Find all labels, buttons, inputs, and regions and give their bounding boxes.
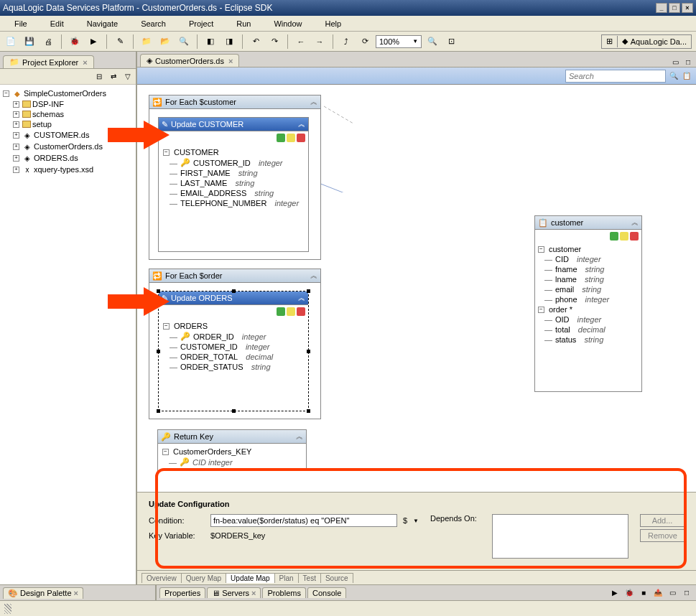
add-button[interactable]: Add...	[640, 514, 685, 527]
add-icon[interactable]	[277, 307, 285, 316]
expand-icon[interactable]: +	[13, 167, 19, 173]
server-stop-icon[interactable]: ■	[639, 588, 649, 598]
up-icon[interactable]: ⤴	[338, 34, 354, 50]
expand-icon[interactable]: +	[13, 132, 19, 139]
menu-file[interactable]: File	[3, 18, 39, 29]
tab-source[interactable]: Source	[320, 573, 353, 583]
menu-run[interactable]: Run	[225, 18, 262, 29]
delete-icon[interactable]	[297, 307, 305, 316]
menu-edit[interactable]: Edit	[39, 18, 75, 29]
maximize-button[interactable]: □	[669, 3, 680, 13]
servers-tab[interactable]: 🖥 Servers ×	[207, 587, 261, 598]
fit-icon[interactable]: ⊡	[443, 34, 459, 50]
search-icon[interactable]: 🔍	[176, 34, 192, 50]
tree-item[interactable]: DSP-INF	[32, 100, 64, 108]
customer-source-block[interactable]: 📋 customer ︽ −customer —CID integer —fna…	[534, 215, 642, 392]
search-opts-icon[interactable]: 📋	[682, 71, 692, 81]
project-tree[interactable]: − ◆ SimpleCustomerOrders +DSP-INF +schem…	[0, 85, 136, 584]
close-icon[interactable]: ×	[74, 589, 78, 597]
edit-icon[interactable]	[620, 232, 628, 241]
refresh-icon[interactable]: ⟳	[357, 34, 373, 50]
menu-help[interactable]: Help	[314, 18, 353, 29]
redo-icon[interactable]: ↷	[266, 34, 282, 50]
search-input[interactable]	[565, 70, 666, 83]
expand-icon[interactable]: +	[13, 155, 19, 162]
block-header[interactable]: ✎ Update CUSTOMER ︽	[159, 118, 308, 131]
foreach-customer-block[interactable]: 🔁 For Each $customer ︽ ✎ Update CUSTOMER…	[149, 95, 321, 260]
collapse-icon[interactable]: −	[538, 307, 544, 313]
tree-root[interactable]: SimpleCustomerOrders	[24, 89, 106, 98]
collapse-icon[interactable]: −	[3, 90, 9, 97]
tree-item[interactable]: schemas	[32, 110, 64, 118]
minimize-view-icon[interactable]: ▭	[667, 588, 677, 598]
forward-icon[interactable]: →	[312, 34, 328, 50]
folder-icon[interactable]: 📁	[139, 34, 154, 50]
menu-project[interactable]: Project	[177, 18, 225, 29]
tree-item[interactable]: xquery-types.xsd	[34, 165, 93, 174]
menu-navigate[interactable]: Navigate	[75, 18, 129, 29]
depends-on-list[interactable]	[492, 514, 628, 559]
run-icon[interactable]: ▶	[85, 34, 101, 50]
collapse-icon[interactable]: −	[163, 149, 170, 156]
open-icon[interactable]: 📂	[157, 34, 173, 50]
maximize-view-icon[interactable]: □	[683, 57, 693, 67]
maximize-view-icon[interactable]: □	[682, 588, 692, 598]
close-icon[interactable]: ×	[228, 57, 233, 65]
save-icon[interactable]: 💾	[22, 34, 37, 50]
chevron-up-icon[interactable]: ︽	[298, 293, 305, 303]
print-icon[interactable]: 🖨	[40, 34, 56, 50]
chevron-up-icon[interactable]: ︽	[310, 271, 317, 281]
expand-icon[interactable]: +	[13, 144, 19, 150]
tree-item[interactable]: ORDERS.ds	[34, 154, 78, 162]
delete-icon[interactable]	[297, 134, 305, 142]
editor-tab[interactable]: ◈ CustomerOrders.ds ×	[140, 54, 239, 67]
close-icon[interactable]: ×	[251, 589, 256, 597]
tab-plan[interactable]: Plan	[274, 573, 299, 583]
open-perspective-icon[interactable]: ⊞	[606, 37, 613, 46]
server-debug-icon[interactable]: 🐞	[624, 588, 634, 598]
back-icon[interactable]: ←	[293, 34, 309, 50]
close-icon[interactable]: ×	[83, 58, 87, 67]
tree-item[interactable]: CustomerOrders.ds	[34, 142, 103, 151]
block-header[interactable]: 🔁 For Each $order ︽	[149, 269, 320, 283]
foreach-order-block[interactable]: 🔁 For Each $order ︽ ✎ Update ORDERS ︽	[149, 269, 321, 419]
return-key-block[interactable]: 🔑 Return Key ︽ −CustomerOrders_KEY —🔑CID…	[157, 429, 307, 471]
block-header[interactable]: 📋 customer ︽	[535, 216, 641, 230]
problems-tab[interactable]: Problems	[262, 587, 305, 598]
tab-update-map[interactable]: Update Map	[226, 573, 274, 583]
add-icon[interactable]	[277, 134, 285, 142]
minimize-view-icon[interactable]: ▭	[670, 57, 680, 67]
collapse-icon[interactable]: −	[162, 449, 169, 455]
tree-item[interactable]: CUSTOMER.ds	[34, 131, 89, 139]
wand-icon[interactable]: ✎	[112, 34, 128, 50]
nav-icon[interactable]: ◧	[203, 34, 218, 50]
expand-icon[interactable]: +	[13, 111, 19, 118]
zoom-icon[interactable]: 🔍	[424, 34, 440, 50]
block-header[interactable]: ✎ Update ORDERS ︽	[159, 291, 308, 305]
link-editor-icon[interactable]: ⇄	[108, 72, 119, 82]
block-header[interactable]: 🔁 For Each $customer ︽	[149, 95, 320, 109]
chevron-up-icon[interactable]: ︽	[310, 97, 317, 107]
tab-overview[interactable]: Overview	[141, 573, 182, 583]
debug-icon[interactable]: 🐞	[67, 34, 83, 50]
collapse-icon[interactable]: −	[163, 323, 170, 330]
zoom-combo[interactable]: 100% ▼	[376, 35, 422, 48]
add-icon[interactable]	[610, 232, 618, 241]
edit-icon[interactable]	[287, 307, 295, 316]
menu-search[interactable]: Search	[129, 18, 177, 29]
perspective-switcher[interactable]: ⊞ ◆ AquaLogic Da...	[601, 34, 692, 49]
menu-window[interactable]: Window	[262, 18, 313, 29]
tree-item[interactable]: setup	[32, 120, 52, 129]
expand-icon[interactable]: +	[13, 121, 19, 128]
properties-tab[interactable]: Properties	[159, 587, 205, 598]
expression-icon[interactable]: $	[403, 516, 407, 525]
project-explorer-tab[interactable]: 📁 Project Explorer ×	[3, 55, 94, 68]
condition-input[interactable]	[210, 514, 397, 527]
collapse-all-icon[interactable]: ⊟	[94, 72, 104, 82]
console-tab[interactable]: Console	[307, 587, 346, 598]
update-orders-block[interactable]: ✎ Update ORDERS ︽ −ORDERS —🔑ORDER_ID int…	[158, 291, 309, 411]
new-icon[interactable]: 📄	[3, 34, 19, 50]
block-header[interactable]: 🔑 Return Key ︽	[158, 430, 306, 444]
view-menu-icon[interactable]: ▽	[123, 72, 133, 82]
design-palette-tab[interactable]: 🎨 Design Palette ×	[3, 587, 83, 599]
